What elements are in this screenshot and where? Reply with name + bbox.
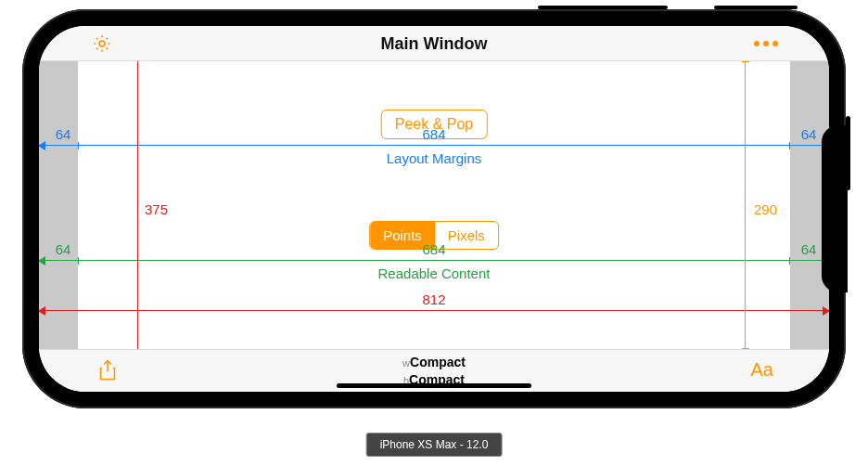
- navigation-bar: Main Window: [39, 26, 829, 61]
- svg-point-0: [99, 41, 105, 46]
- layout-margins-right: 64: [801, 126, 817, 142]
- layout-margins-width: 684: [422, 126, 445, 142]
- screen-height-guide: [137, 26, 138, 392]
- readable-left: 64: [56, 241, 71, 257]
- safe-content-label: 290: [754, 201, 777, 217]
- device-label: iPhone XS Max - 12.0: [366, 433, 503, 457]
- readable-caption: Readable Content: [378, 265, 491, 281]
- text-style-icon[interactable]: Aa: [751, 359, 773, 381]
- readable-right: 64: [801, 241, 817, 257]
- home-indicator[interactable]: [337, 383, 531, 388]
- layout-margins-guide: [39, 145, 829, 146]
- toolbar: wCompact hCompact Aa: [39, 349, 829, 392]
- layout-margins-left: 64: [56, 126, 71, 142]
- readable-width: 684: [422, 241, 445, 257]
- screen-width-label: 812: [422, 291, 445, 307]
- device-frame: Main Window wCompact hCompact Aa: [22, 9, 846, 408]
- page-title: Main Window: [39, 26, 829, 61]
- device-notch: [822, 125, 848, 292]
- screen-width-guide: [39, 310, 829, 311]
- readable-content-guide: [39, 260, 829, 261]
- more-icon[interactable]: [755, 32, 777, 55]
- safe-area-vertical-guide: [745, 26, 746, 392]
- gear-icon[interactable]: [91, 32, 113, 55]
- layout-margins-caption: Layout Margins: [387, 150, 482, 166]
- screen-height-label: 375: [145, 201, 168, 217]
- device-screen: Main Window wCompact hCompact Aa: [39, 26, 829, 392]
